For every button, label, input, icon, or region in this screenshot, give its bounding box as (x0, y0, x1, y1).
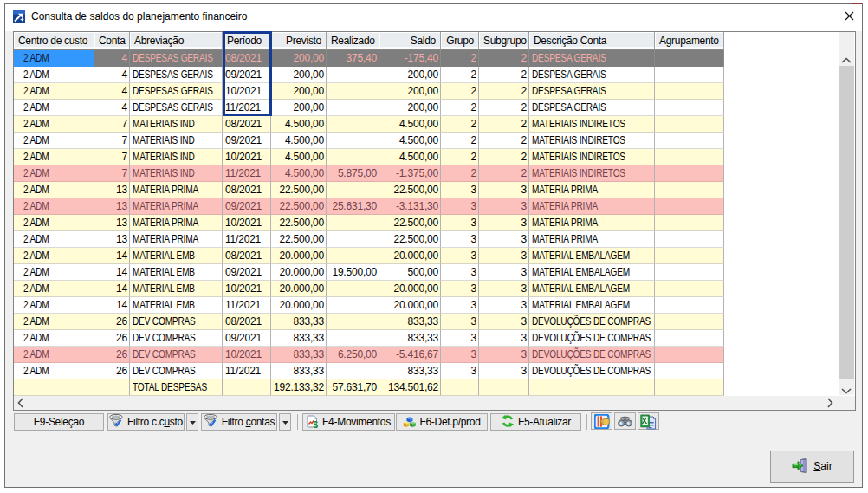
svg-text:$: $ (314, 420, 319, 429)
